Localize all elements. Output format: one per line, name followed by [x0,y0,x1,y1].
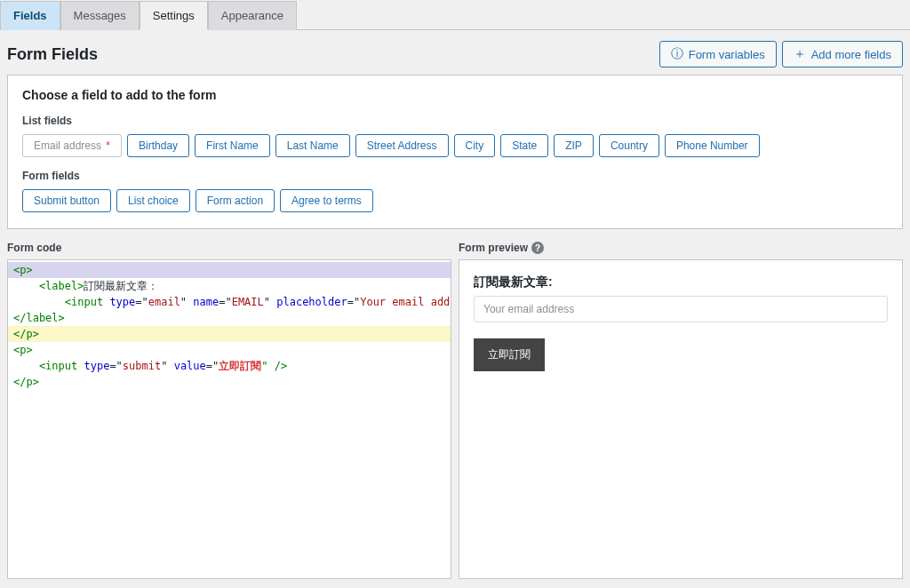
add-more-fields-button[interactable]: ＋ Add more fields [782,41,903,68]
field-birthday[interactable]: Birthday [127,134,189,157]
save-row: 儲存設定 [0,579,910,588]
field-list-choice[interactable]: List choice [116,189,190,212]
form-code-label: Form code [7,242,451,254]
form-code-editor[interactable]: <p> <label>訂閱最新文章： <input type="email" n… [7,259,451,579]
plus-icon: ＋ [794,46,806,62]
page-title: Form Fields [0,45,98,64]
preview-submit-button[interactable]: 立即訂閱 [474,338,545,371]
field-form-action[interactable]: Form action [196,189,275,212]
tab-fields[interactable]: Fields [0,1,60,30]
tab-appearance[interactable]: Appearance [208,1,297,30]
form-preview-label: Form preview ? [459,242,903,254]
field-submit-button[interactable]: Submit button [22,189,111,212]
choose-field-label: Choose a field to add to the form [22,88,888,102]
field-street[interactable]: Street Address [355,134,449,157]
form-variables-button[interactable]: ⓘ Form variables [659,41,777,68]
form-fields-row: Submit button List choice Form action Ag… [22,189,888,212]
field-country[interactable]: Country [599,134,659,157]
field-state[interactable]: State [500,134,548,157]
tabs-bar: Fields Messages Settings Appearance [0,0,910,30]
form-fields-label: Form fields [22,170,888,182]
list-fields-label: List fields [22,115,888,127]
tab-messages[interactable]: Messages [60,1,140,30]
field-zip[interactable]: ZIP [554,134,594,157]
form-preview-box: 訂閱最新文章: 立即訂閱 [459,259,903,579]
field-first-name[interactable]: First Name [195,134,270,157]
required-star: * [103,139,110,152]
code-preview-split: Form code <p> <label>訂閱最新文章： <input type… [7,242,903,579]
form-variables-label: Form variables [689,48,765,61]
header-row: Form Fields ⓘ Form variables ＋ Add more … [0,30,910,75]
field-email[interactable]: Email address * [22,134,122,157]
header-buttons: ⓘ Form variables ＋ Add more fields [659,41,910,68]
list-fields-row: Email address * Birthday First Name Last… [22,134,888,157]
fields-panel: Choose a field to add to the form List f… [7,75,903,229]
help-icon[interactable]: ? [531,242,544,254]
preview-field-label: 訂閱最新文章: [474,274,888,290]
preview-column: Form preview ? 訂閱最新文章: 立即訂閱 [459,242,903,579]
field-phone[interactable]: Phone Number [665,134,760,157]
tab-settings[interactable]: Settings [140,1,208,30]
code-column: Form code <p> <label>訂閱最新文章： <input type… [7,242,451,579]
add-more-fields-label: Add more fields [811,48,891,61]
info-icon: ⓘ [671,46,683,62]
field-city[interactable]: City [454,134,496,157]
field-agree-terms[interactable]: Agree to terms [280,189,373,212]
preview-email-input[interactable] [474,296,888,322]
field-last-name[interactable]: Last Name [275,134,350,157]
